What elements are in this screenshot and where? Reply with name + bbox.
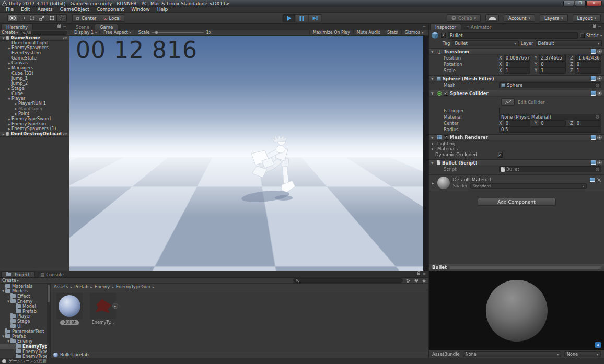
help-book-icon[interactable] <box>591 76 596 81</box>
gear-icon[interactable] <box>597 160 602 165</box>
z-field[interactable]: 0 <box>575 61 601 67</box>
sphere-collider-header[interactable]: ▼ Sphere Collider <box>429 90 604 97</box>
hierarchy-row[interactable]: Cube <box>0 91 69 97</box>
foldout-arrow-icon[interactable]: ▶ <box>7 87 11 90</box>
gear-icon[interactable] <box>597 49 602 54</box>
layout-dropdown[interactable]: Layout <box>573 14 601 22</box>
object-picker-icon[interactable] <box>596 168 599 171</box>
restore-button[interactable]: ❐ <box>575 1 586 6</box>
menu-item[interactable]: Assets <box>34 7 56 13</box>
aspect-dropdown[interactable]: Free Aspect <box>101 30 134 36</box>
materials-foldout[interactable]: ▶Materials <box>429 146 604 152</box>
radius-field[interactable]: 0.5 <box>499 126 601 133</box>
hand-tool-button[interactable] <box>7 14 17 22</box>
collab-dropdown[interactable]: Collab <box>447 14 481 22</box>
menu-item[interactable]: File <box>2 7 17 13</box>
project-tree-row[interactable]: Stage <box>0 319 50 324</box>
help-book-icon[interactable] <box>591 91 596 96</box>
y-field[interactable]: 0 <box>539 61 566 67</box>
layer-dropdown[interactable]: Default <box>536 40 602 46</box>
tab-console[interactable]: ▤Console <box>35 271 69 277</box>
project-create-button[interactable]: Create <box>2 278 19 283</box>
script-object-field[interactable]: Bullet <box>499 166 601 172</box>
project-tree-row[interactable]: Prefab <box>0 309 50 314</box>
asset-labels-icon[interactable] <box>595 342 601 348</box>
space-toggle-button[interactable]: Local <box>100 14 124 22</box>
scene-options-icon[interactable] <box>63 36 69 40</box>
foldout-arrow-icon[interactable]: ▼ <box>431 50 435 53</box>
object-picker-icon[interactable] <box>596 115 599 119</box>
tab-scene[interactable]: Scene <box>71 24 95 30</box>
asset-bullet[interactable]: Bullet <box>55 293 84 325</box>
y-field[interactable]: 1 <box>539 67 566 74</box>
foldout-arrow-icon[interactable]: ▼ <box>7 97 11 100</box>
layers-dropdown[interactable]: Layers <box>540 14 568 22</box>
display-dropdown[interactable]: Display 1 <box>72 30 100 36</box>
search-by-type-icon[interactable] <box>406 278 411 283</box>
is-trigger-checkbox[interactable] <box>499 108 500 114</box>
foldout-arrow-icon[interactable]: ▶ <box>7 62 11 65</box>
project-tree-row[interactable]: ▼ Enemy <box>0 299 50 304</box>
asset-enemy[interactable]: EnemyTy... <box>88 293 118 325</box>
rotate-tool-button[interactable] <box>27 14 37 22</box>
play-button[interactable] <box>283 14 296 22</box>
breadcrumb-item[interactable]: Prefab <box>74 284 92 289</box>
object-picker-icon[interactable] <box>596 84 599 87</box>
foldout-arrow-icon[interactable]: ▶ <box>7 67 11 70</box>
x-field[interactable]: 1 <box>504 67 530 74</box>
pivot-toggle-button[interactable]: Center <box>72 14 100 22</box>
mesh-object-field[interactable]: Sphere <box>499 82 601 88</box>
center-z-field[interactable]: 0 <box>575 120 601 126</box>
game-viewport[interactable]: 00 12 816 <box>69 36 428 271</box>
status-bar[interactable]: ゲームシーンの更新 <box>0 358 604 364</box>
panel-menu-icon[interactable]: ≡ <box>598 24 601 29</box>
project-tree-row[interactable]: EnemyTypeN <box>0 349 50 354</box>
x-field[interactable]: 0 <box>504 61 530 67</box>
game-toolbar-button[interactable]: Gizmos <box>401 30 427 36</box>
foldout-arrow-icon[interactable]: ▶ <box>14 102 18 105</box>
foldout-arrow-icon[interactable]: ▶ <box>14 107 18 110</box>
account-dropdown[interactable]: Account <box>504 14 535 22</box>
tab-inspector[interactable]: Inspector <box>430 24 461 30</box>
project-tree-row[interactable]: Player <box>0 314 50 319</box>
foldout-arrow-icon[interactable]: ▼ <box>431 161 435 165</box>
y-field[interactable]: 2.374665 <box>539 55 566 61</box>
project-tree-row[interactable]: ▼ Models <box>0 289 50 294</box>
project-tree-row[interactable]: Ui <box>0 324 50 329</box>
game-toolbar-button[interactable]: Maximize On Play <box>309 30 353 36</box>
move-tool-button[interactable] <box>17 14 27 22</box>
close-button[interactable]: ✕ <box>586 1 602 6</box>
center-x-field[interactable]: 0 <box>504 120 530 126</box>
foldout-arrow-icon[interactable]: ▼ <box>431 77 435 80</box>
cloud-services-button[interactable] <box>485 14 499 22</box>
gear-icon[interactable] <box>597 178 601 182</box>
project-tree-row[interactable]: Model <box>0 303 50 309</box>
scale-slider[interactable] <box>152 32 204 33</box>
material-block[interactable]: ▶ Default-Material Shader Standard <box>429 174 604 191</box>
project-tree-row[interactable]: EnemyTypeS <box>0 354 50 358</box>
hierarchy-row[interactable]: ▶ Stage <box>0 86 69 91</box>
foldout-arrow-icon[interactable]: ▶ <box>7 127 11 131</box>
x-field[interactable]: 0.00876677 <box>504 55 530 61</box>
hierarchy-row[interactable]: ▶ Canvas <box>0 61 69 66</box>
hierarchy-row[interactable]: Jump_1 <box>0 76 69 81</box>
minimize-button[interactable]: – <box>563 1 574 6</box>
hierarchy-create-button[interactable]: Create <box>2 30 18 35</box>
foldout-arrow-icon[interactable]: ▶ <box>14 112 18 115</box>
mesh-filter-header[interactable]: ▼ Sphere (Mesh Filter) <box>429 75 604 82</box>
menu-item[interactable]: Edit <box>17 7 33 13</box>
z-field[interactable]: 1 <box>575 67 601 74</box>
assetbundle-variant-dropdown[interactable]: None <box>564 351 601 357</box>
hierarchy-row[interactable]: ▶ DontDestroyOnLoad <box>0 132 69 137</box>
gear-icon[interactable] <box>597 91 602 96</box>
hierarchy-search-input[interactable]: All <box>20 31 67 35</box>
foldout-arrow-icon[interactable]: ▼ <box>6 339 10 343</box>
foldout-arrow-icon[interactable]: ▼ <box>431 91 435 95</box>
tree-scrollbar[interactable] <box>47 284 50 358</box>
lock-icon[interactable] <box>57 25 61 28</box>
lighting-foldout[interactable]: ▶Lighting <box>429 141 604 147</box>
foldout-arrow-icon[interactable]: ▶ <box>7 123 11 126</box>
tag-dropdown[interactable]: Bullet <box>452 40 518 46</box>
help-book-icon[interactable] <box>591 160 596 165</box>
foldout-arrow-icon[interactable]: ▼ <box>1 289 5 292</box>
